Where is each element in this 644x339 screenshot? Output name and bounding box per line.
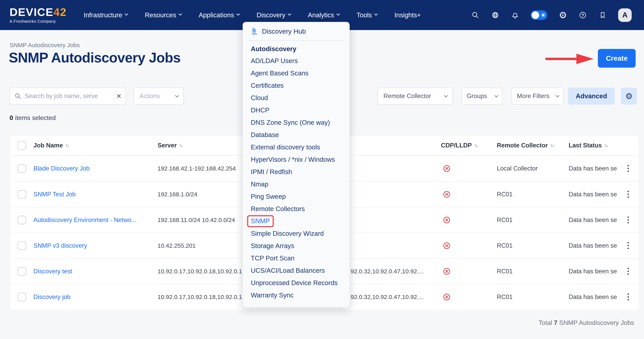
row-checkbox[interactable] [18, 164, 26, 173]
gear-icon[interactable]: ⚙ [558, 11, 567, 20]
menu-item-tcp-port-scan[interactable]: TCP Port Scan [243, 252, 350, 264]
menu-item-certificates[interactable]: Certificates [243, 80, 350, 92]
chevron-down-icon [374, 12, 378, 16]
row-checkbox[interactable] [18, 267, 26, 276]
nav-label: Resources [145, 11, 176, 19]
nav-infrastructure[interactable]: Infrastructure [84, 11, 128, 19]
row-menu-kebab[interactable] [626, 292, 630, 302]
gear-icon: ⚙ [625, 91, 633, 101]
menu-item-nmap[interactable]: Nmap [243, 178, 350, 190]
server-value: 10.42.255.201 [158, 242, 196, 249]
remote-collector-filter[interactable]: Remote Collector [378, 88, 453, 105]
row-menu-kebab[interactable] [626, 189, 630, 199]
device42-logo[interactable]: DEVICE42 A Freshworks Company [10, 6, 67, 24]
header-last-status: Last Status↑↓ [568, 136, 608, 155]
menu-item-discovery-hub[interactable]: Discovery Hub [243, 22, 350, 40]
actions-label: Actions [140, 92, 160, 100]
job-name-link[interactable]: Autodiscovery Environment - Netwo... [34, 216, 137, 224]
svg-text:?: ? [581, 13, 584, 18]
nav-label: Analytics [308, 11, 334, 19]
sort-icon: ↑↓ [604, 143, 608, 148]
menu-item-ucs-aci-load-balancers[interactable]: UCS/ACI/Load Balancers [243, 264, 350, 277]
create-button[interactable]: Create [598, 49, 636, 68]
row-menu-kebab[interactable] [626, 163, 630, 174]
sort-remote-collector[interactable]: Remote Collector↑↓ [497, 142, 554, 149]
menu-item-database[interactable]: Database [243, 129, 350, 141]
menu-item-label: SNMP [251, 217, 270, 225]
menu-item-dhcp[interactable]: DHCP [243, 104, 350, 116]
error-circle-x-icon [443, 216, 450, 224]
nav-tools[interactable]: Tools [356, 11, 377, 19]
menu-item-hypervisors-nix-windows[interactable]: HyperVisors / *nix / Windows [243, 154, 350, 166]
menu-item-storage-arrays[interactable]: Storage Arrays [243, 240, 350, 252]
nav-applications[interactable]: Applications [199, 11, 240, 19]
last-status-value: Data has been se [568, 294, 617, 300]
row-checkbox[interactable] [18, 293, 26, 302]
search-box: × [10, 88, 126, 105]
actions-dropdown[interactable]: Actions [134, 88, 184, 105]
last-status-value: Data has been se [568, 165, 617, 172]
breadcrumb: SNMP Autodiscovery Jobs [10, 42, 80, 48]
theme-toggle[interactable] [531, 10, 547, 20]
server-value: 192.168.1.0/24 [158, 191, 197, 198]
nav-label: Discovery [256, 11, 286, 19]
clear-search-icon[interactable]: × [116, 92, 121, 100]
header-cdp-lldp: CDP/LLDP↑↓ [441, 136, 478, 155]
error-circle-x-icon [443, 293, 450, 301]
nav-analytics[interactable]: Analytics [308, 11, 340, 19]
sort-job-name[interactable]: Job Name↑↓ [34, 142, 68, 149]
header-server: Server↑↓ [158, 136, 182, 155]
menu-item-ipmi-redfish[interactable]: IPMI / Redfish [243, 166, 350, 178]
sort-cdp-lldp[interactable]: CDP/LLDP↑↓ [441, 142, 478, 149]
search-input[interactable] [25, 92, 108, 100]
nav-insights[interactable]: Insights+ [394, 11, 421, 19]
bell-icon[interactable] [511, 11, 520, 20]
menu-item-external-discovery-tools[interactable]: External discovery tools [243, 141, 350, 154]
filter-label: Groups [467, 92, 487, 100]
sun-icon [541, 13, 546, 18]
row-checkbox[interactable] [18, 216, 26, 224]
job-name-link[interactable]: SNMP v3 discovery [34, 242, 87, 249]
menu-item-warranty-sync[interactable]: Warranty Sync [243, 289, 350, 302]
search-icon[interactable] [471, 11, 480, 20]
logo-tagline: A Freshworks Company [10, 19, 67, 24]
menu-item-remote-collectors[interactable]: Remote Collectors [243, 203, 350, 215]
job-name-link[interactable]: Discovery job [34, 294, 70, 300]
menu-item-simple-discovery-wizard[interactable]: Simple Discovery Wizard [243, 228, 350, 240]
job-name-link[interactable]: Blade Discovery Job [34, 165, 90, 172]
cdp-lldp-cell [443, 182, 450, 207]
row-menu-kebab[interactable] [626, 266, 630, 276]
job-name-link[interactable]: SNMP Test Job [34, 191, 76, 198]
error-circle-x-icon [443, 165, 450, 172]
menu-item-unprocessed-device-records[interactable]: Unprocessed Device Records [243, 277, 350, 289]
help-icon[interactable]: ? [578, 11, 587, 20]
nav-resources[interactable]: Resources [145, 11, 182, 19]
table-settings-button[interactable]: ⚙ [621, 88, 637, 105]
job-name-link[interactable]: Discovery test [34, 268, 72, 275]
menu-item-dns-zone-sync[interactable]: DNS Zone Sync (One way) [243, 116, 350, 129]
chevron-down-icon [336, 12, 340, 16]
menu-item-snmp[interactable]: SNMP [243, 215, 350, 228]
globe-icon[interactable] [491, 11, 500, 20]
row-menu-kebab[interactable] [626, 215, 630, 225]
user-avatar[interactable]: A [618, 8, 632, 22]
menu-item-agent-based-scans[interactable]: Agent Based Scans [243, 67, 350, 80]
row-checkbox[interactable] [18, 190, 26, 199]
row-menu-kebab[interactable] [626, 240, 630, 251]
groups-filter[interactable]: Groups [462, 88, 502, 105]
nav-label: Applications [199, 11, 234, 19]
more-filters[interactable]: More Filters [511, 88, 564, 105]
nav-discovery[interactable]: Discovery [256, 11, 291, 19]
sort-server[interactable]: Server↑↓ [158, 142, 182, 149]
remote-collector-value: RC01 [497, 216, 512, 224]
gear-glyph: ⚙ [559, 10, 567, 20]
server-value: 192.168.11.0/24 10.42.0.0/24 [158, 217, 235, 224]
menu-item-cloud[interactable]: Cloud [243, 92, 350, 104]
bookmark-icon[interactable] [598, 11, 607, 20]
sort-last-status[interactable]: Last Status↑↓ [568, 142, 608, 149]
advanced-button[interactable]: Advanced [568, 88, 615, 105]
select-all-checkbox[interactable] [18, 141, 26, 150]
row-checkbox[interactable] [18, 241, 26, 250]
menu-item-ad-ldap-users[interactable]: AD/LDAP Users [243, 55, 350, 67]
menu-item-ping-sweep[interactable]: Ping Sweep [243, 190, 350, 203]
